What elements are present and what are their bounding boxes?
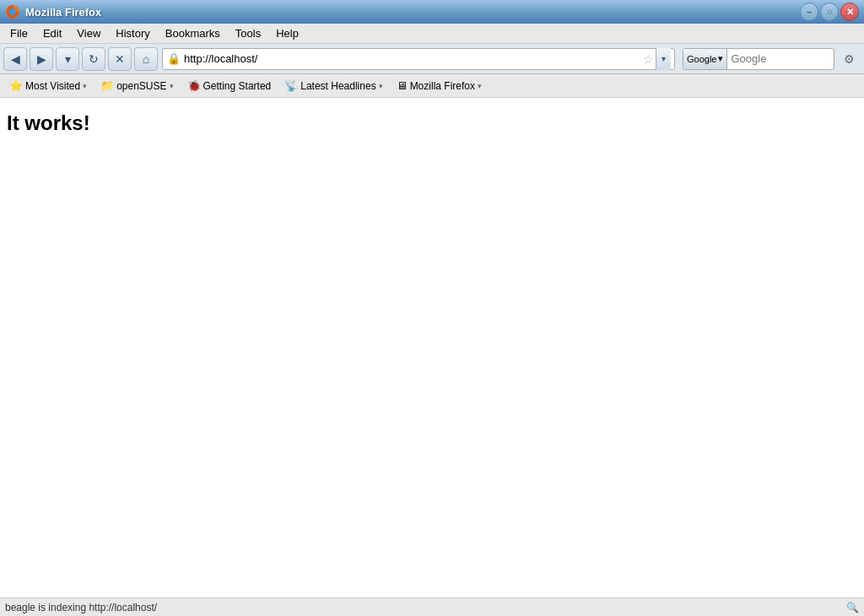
menu-history[interactable]: History bbox=[109, 25, 156, 41]
firefox-icon bbox=[5, 4, 20, 19]
address-icon: 🔒 bbox=[166, 51, 181, 67]
most-visited-chevron-icon: ▾ bbox=[83, 82, 87, 90]
bookmark-getting-started[interactable]: 🐞 Getting Started bbox=[181, 78, 278, 94]
window-controls: – ○ ✕ bbox=[800, 3, 859, 21]
menu-view[interactable]: View bbox=[70, 25, 107, 41]
bookmark-opensuse[interactable]: 📁 openSUSE ▾ bbox=[94, 78, 179, 94]
getting-started-icon: 🐞 bbox=[187, 79, 201, 92]
settings-button[interactable]: ⚙ bbox=[837, 47, 861, 71]
home-button[interactable]: ⌂ bbox=[134, 47, 158, 71]
menu-edit[interactable]: Edit bbox=[36, 25, 68, 41]
back-button[interactable]: ◀ bbox=[3, 47, 27, 71]
latest-headlines-icon: 📡 bbox=[284, 79, 298, 92]
content-area: It works! bbox=[0, 98, 864, 597]
address-bar[interactable]: 🔒 ☆ ▾ bbox=[162, 48, 675, 70]
bookmarks-bar: ⭐ Most Visited ▾ 📁 openSUSE ▾ 🐞 Getting … bbox=[0, 74, 864, 98]
search-bar[interactable]: Google ▾ 🔍 bbox=[683, 48, 834, 70]
status-text: beagle is indexing http://localhost/ bbox=[5, 602, 157, 613]
stop-button[interactable]: ✕ bbox=[108, 47, 132, 71]
opensuse-icon: 📁 bbox=[100, 79, 114, 92]
window-title: Mozilla Firefox bbox=[25, 6, 101, 19]
most-visited-icon: ⭐ bbox=[9, 79, 23, 92]
maximize-button[interactable]: ○ bbox=[820, 3, 839, 21]
address-input[interactable] bbox=[184, 52, 641, 65]
search-engine-label: Google bbox=[687, 54, 716, 64]
bookmark-most-visited[interactable]: ⭐ Most Visited ▾ bbox=[3, 78, 93, 94]
menu-help[interactable]: Help bbox=[269, 25, 305, 41]
svg-point-1 bbox=[9, 8, 16, 15]
bookmark-star-icon[interactable]: ☆ bbox=[641, 52, 656, 66]
mozilla-firefox-icon: 🖥 bbox=[397, 79, 408, 92]
latest-headlines-label: Latest Headlines bbox=[300, 80, 375, 92]
mozilla-firefox-label: Mozilla Firefox bbox=[410, 80, 475, 92]
statusbar: beagle is indexing http://localhost/ 🔍 bbox=[0, 597, 864, 616]
reload-button[interactable]: ↻ bbox=[82, 47, 105, 71]
most-visited-label: Most Visited bbox=[25, 80, 80, 92]
menu-file[interactable]: File bbox=[3, 25, 35, 41]
getting-started-label: Getting Started bbox=[203, 80, 272, 92]
bookmark-latest-headlines[interactable]: 📡 Latest Headlines ▾ bbox=[278, 78, 388, 94]
menu-bookmarks[interactable]: Bookmarks bbox=[159, 25, 227, 41]
titlebar: Mozilla Firefox – ○ ✕ bbox=[0, 0, 864, 24]
menu-tools[interactable]: Tools bbox=[229, 25, 267, 41]
search-engine-chevron-icon: ▾ bbox=[718, 53, 723, 64]
search-engine-button[interactable]: Google ▾ bbox=[683, 49, 727, 69]
forward-button[interactable]: ▶ bbox=[30, 47, 53, 71]
statusbar-right: 🔍 bbox=[846, 602, 859, 613]
beagle-icon: 🔍 bbox=[846, 602, 859, 613]
address-dropdown-button[interactable]: ▾ bbox=[656, 48, 671, 70]
close-button[interactable]: ✕ bbox=[840, 3, 859, 21]
minimize-button[interactable]: – bbox=[800, 3, 818, 21]
opensuse-label: openSUSE bbox=[116, 80, 166, 92]
menubar: File Edit View History Bookmarks Tools H… bbox=[0, 24, 864, 44]
opensuse-chevron-icon: ▾ bbox=[170, 82, 174, 90]
mozilla-firefox-chevron-icon: ▾ bbox=[478, 82, 482, 90]
history-dropdown-button[interactable]: ▾ bbox=[56, 47, 79, 71]
bookmark-mozilla-firefox[interactable]: 🖥 Mozilla Firefox ▾ bbox=[391, 78, 488, 94]
page-heading: It works! bbox=[7, 111, 857, 135]
navbar: ◀ ▶ ▾ ↻ ✕ ⌂ 🔒 ☆ ▾ Google ▾ 🔍 ⚙ bbox=[0, 44, 864, 74]
latest-headlines-chevron-icon: ▾ bbox=[379, 82, 383, 90]
titlebar-left: Mozilla Firefox bbox=[5, 4, 101, 19]
